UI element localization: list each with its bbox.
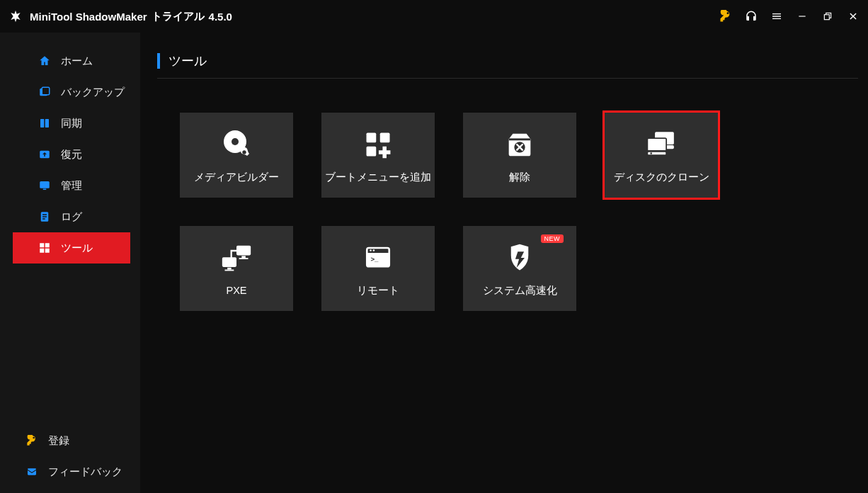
svg-rect-22 xyxy=(380,132,390,142)
tool-remote[interactable]: >_ リモート xyxy=(321,226,435,311)
sync-icon xyxy=(38,117,51,130)
app-version: 4.5.0 xyxy=(209,11,232,23)
page-header: ツール xyxy=(157,52,858,79)
tool-grid: メディアビルダー ブートメニューを追加 xyxy=(157,113,858,311)
tool-add-boot-menu[interactable]: ブートメニューを追加 xyxy=(321,113,435,198)
sidebar-item-label: ツール xyxy=(61,242,93,255)
svg-rect-35 xyxy=(239,258,249,259)
tool-pxe[interactable]: PXE xyxy=(180,226,293,311)
svg-rect-13 xyxy=(42,218,45,220)
svg-rect-16 xyxy=(40,249,44,253)
speedup-icon xyxy=(506,240,533,276)
svg-rect-18 xyxy=(28,468,36,475)
sidebar-item-label: 復元 xyxy=(61,148,82,162)
tool-disk-clone[interactable]: ディスクのクローン xyxy=(605,113,718,198)
svg-rect-30 xyxy=(647,138,666,151)
key-icon xyxy=(25,434,38,447)
sidebar-item-tools[interactable]: ツール xyxy=(13,232,130,264)
app-edition: トライアル xyxy=(152,10,205,23)
svg-rect-37 xyxy=(227,268,232,270)
tool-label: ブートメニューを追加 xyxy=(325,171,431,184)
backup-icon xyxy=(38,86,51,98)
tools-icon xyxy=(38,242,51,254)
pxe-icon xyxy=(219,241,253,276)
home-icon xyxy=(38,55,51,67)
tool-label: メディアビルダー xyxy=(194,171,279,184)
sidebar-item-label: ログ xyxy=(61,210,82,224)
sidebar-item-label: 同期 xyxy=(61,117,82,130)
svg-rect-26 xyxy=(509,138,531,140)
svg-point-42 xyxy=(370,249,372,251)
svg-rect-36 xyxy=(222,257,236,267)
minimize-icon[interactable] xyxy=(796,10,809,23)
svg-rect-21 xyxy=(367,132,377,142)
sidebar-item-home[interactable]: ホーム xyxy=(13,45,130,76)
grid-plus-icon xyxy=(362,127,394,162)
sidebar-item-manage[interactable]: 管理 xyxy=(13,170,130,201)
sidebar-item-backup[interactable]: バックアップ xyxy=(13,76,130,108)
new-badge: NEW xyxy=(541,234,564,243)
svg-rect-5 xyxy=(40,119,44,128)
svg-point-32 xyxy=(650,152,652,154)
sidebar: ホーム バックアップ 同期 復元 xyxy=(0,33,140,493)
tool-label: リモート xyxy=(357,284,399,298)
tool-media-builder[interactable]: メディアビルダー xyxy=(180,113,293,198)
svg-rect-11 xyxy=(42,214,47,215)
manage-icon xyxy=(38,179,51,192)
tool-label: ディスクのクローン xyxy=(614,171,709,184)
close-icon[interactable] xyxy=(847,10,860,23)
svg-rect-4 xyxy=(42,87,50,95)
disc-icon xyxy=(219,127,253,162)
svg-rect-38 xyxy=(225,270,234,271)
sidebar-item-log[interactable]: ログ xyxy=(13,201,130,232)
mail-icon xyxy=(25,465,38,478)
svg-rect-17 xyxy=(45,249,50,253)
remote-icon: >_ xyxy=(363,240,393,276)
sidebar-register[interactable]: 登録 xyxy=(0,425,140,456)
sidebar-item-restore[interactable]: 復元 xyxy=(13,139,130,170)
titlebar: MiniTool ShadowMaker トライアル 4.5.0 xyxy=(0,0,868,33)
svg-text:>_: >_ xyxy=(371,255,379,263)
restore-icon xyxy=(38,148,51,161)
svg-rect-6 xyxy=(45,119,49,128)
tool-label: システム高速化 xyxy=(483,284,557,298)
sidebar-feedback-label: フィードバック xyxy=(48,465,122,479)
svg-rect-9 xyxy=(43,189,47,191)
svg-rect-25 xyxy=(379,150,391,154)
key-icon[interactable] xyxy=(719,10,732,23)
window-controls xyxy=(719,10,860,23)
svg-rect-33 xyxy=(236,246,251,256)
page-title: ツール xyxy=(169,52,207,69)
sidebar-item-label: バックアップ xyxy=(61,86,125,99)
svg-rect-2 xyxy=(824,15,829,20)
svg-point-43 xyxy=(373,249,375,251)
tool-label: PXE xyxy=(226,285,246,296)
headset-icon[interactable] xyxy=(745,10,758,23)
svg-rect-12 xyxy=(42,216,47,217)
sidebar-item-label: ホーム xyxy=(61,55,93,68)
sidebar-item-sync[interactable]: 同期 xyxy=(13,108,130,139)
maximize-icon[interactable] xyxy=(821,10,834,23)
header-accent-bar xyxy=(157,53,160,69)
svg-rect-15 xyxy=(45,243,50,247)
tool-system-speedup[interactable]: NEW システム高速化 xyxy=(463,226,576,311)
tool-label: 解除 xyxy=(509,171,530,184)
main-panel: ツール メディアビルダー xyxy=(140,33,868,493)
svg-rect-8 xyxy=(40,181,50,188)
sidebar-register-label: 登録 xyxy=(48,434,69,448)
svg-point-20 xyxy=(232,138,239,145)
tool-unmount[interactable]: 解除 xyxy=(463,113,576,198)
svg-rect-34 xyxy=(241,256,246,258)
disk-clone-icon xyxy=(644,127,679,162)
svg-rect-14 xyxy=(40,243,44,247)
unmount-icon xyxy=(503,127,536,162)
menu-icon[interactable] xyxy=(770,10,783,23)
sidebar-feedback[interactable]: フィードバック xyxy=(0,456,140,487)
app-product-name: MiniTool ShadowMaker xyxy=(30,11,147,23)
svg-rect-0 xyxy=(799,16,805,16)
log-icon xyxy=(38,210,51,223)
svg-rect-23 xyxy=(367,146,377,156)
app-logo-icon xyxy=(8,9,23,23)
sidebar-item-label: 管理 xyxy=(61,179,82,193)
